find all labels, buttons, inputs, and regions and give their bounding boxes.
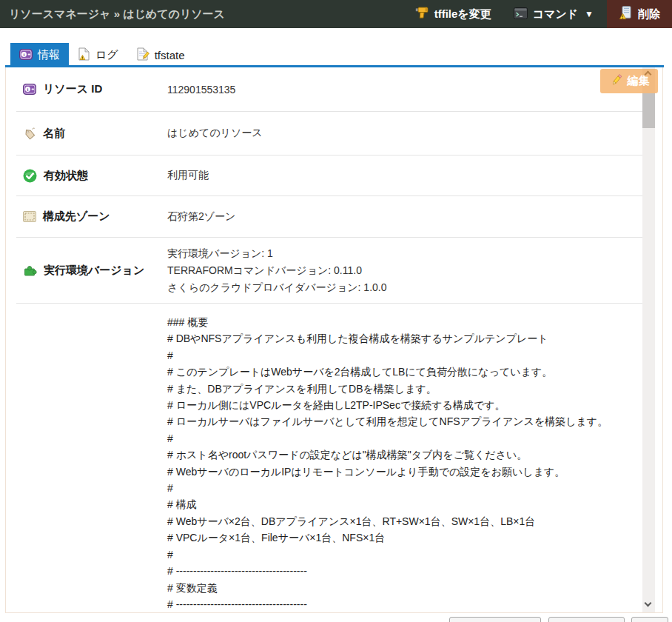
resource-id-value: 112901553135 (167, 84, 235, 96)
row-label: 名前 (43, 127, 65, 141)
scrollbar-thumb[interactable] (642, 93, 655, 128)
row-label: リソース ID (43, 82, 102, 96)
command-menu-button[interactable]: コマンド ▼ (514, 7, 594, 21)
terminal-icon (514, 7, 528, 21)
tab-tfstate-label: tfstate (155, 49, 185, 61)
zone-square-icon (23, 211, 36, 222)
row-label: 構成先ゾーン (43, 210, 110, 224)
command-menu-label: コマンド (533, 7, 578, 21)
tab-tfstate[interactable]: tfstate (127, 43, 194, 67)
row-label: 実行環境バージョン (44, 264, 144, 278)
footer-button[interactable] (548, 617, 625, 622)
runtime-version-values: 実行環境バージョン: 1 TERRAFORMコマンドバージョン: 0.11.0 … (167, 245, 387, 296)
change-tffile-label: tffileを変更 (434, 7, 491, 21)
log-document-warning-icon (78, 47, 90, 63)
footer-button[interactable] (631, 617, 668, 622)
info-row-runtime-version: 実行環境バージョン 実行環境バージョン: 1 TERRAFORMコマンドバージョ… (16, 238, 643, 304)
breadcrumb: リソースマネージャ » はじめてのリソース (9, 7, 415, 21)
tab-log-label: ログ (95, 48, 118, 62)
zone-value: 石狩第2ゾーン (167, 210, 235, 224)
svg-text:i: i (27, 87, 29, 93)
header-bar: リソースマネージャ » はじめてのリソース tffileを変更 コマンド ▼ (0, 0, 672, 28)
footer-button[interactable] (449, 617, 541, 622)
row-label: 有効状態 (44, 169, 88, 183)
chevron-down-icon: ▼ (585, 9, 594, 19)
name-value: はじめてのリソース (167, 127, 263, 140)
delete-warning-icon (619, 6, 633, 22)
tab-bar: i 情報 ログ (0, 28, 672, 67)
info-card-icon: i (19, 49, 33, 62)
tab-info[interactable]: i 情報 (10, 43, 69, 67)
puzzle-icon (23, 264, 37, 277)
info-row-resource-id: i リソース ID 112901553135 (16, 67, 643, 112)
info-row-name: 名前 はじめてのリソース (16, 112, 643, 156)
delete-button[interactable]: 削除 (607, 0, 672, 28)
enabled-state-value: 利用可能 (167, 169, 209, 182)
vertical-scrollbar[interactable] (642, 67, 655, 612)
scroll-down-button[interactable] (642, 598, 655, 611)
change-tffile-button[interactable]: tffileを変更 (415, 7, 491, 22)
info-panel: 編集 i リソース ID 112901553135 (5, 67, 663, 613)
info-card-icon: i (23, 84, 36, 95)
svg-text:i: i (24, 52, 25, 58)
tag-icon (23, 127, 36, 140)
tab-info-label: 情報 (38, 48, 60, 62)
delete-label: 削除 (638, 7, 660, 21)
edit-button[interactable]: 編集 (600, 69, 658, 93)
green-check-icon (23, 169, 37, 183)
tfstate-document-pencil-icon (136, 47, 149, 63)
tab-log[interactable]: ログ (69, 43, 127, 67)
edit-button-label: 編集 (628, 74, 650, 88)
drill-icon (415, 7, 429, 22)
pencil-icon (609, 73, 624, 89)
template-description-text: ### 概要 # DBやNFSアプライアンスも利用した複合構成を構築するサンプル… (6, 304, 662, 612)
info-row-zone: 構成先ゾーン 石狩第2ゾーン (16, 196, 643, 238)
chevron-down-icon (645, 600, 652, 607)
info-row-enabled-state: 有効状態 利用可能 (16, 156, 643, 196)
